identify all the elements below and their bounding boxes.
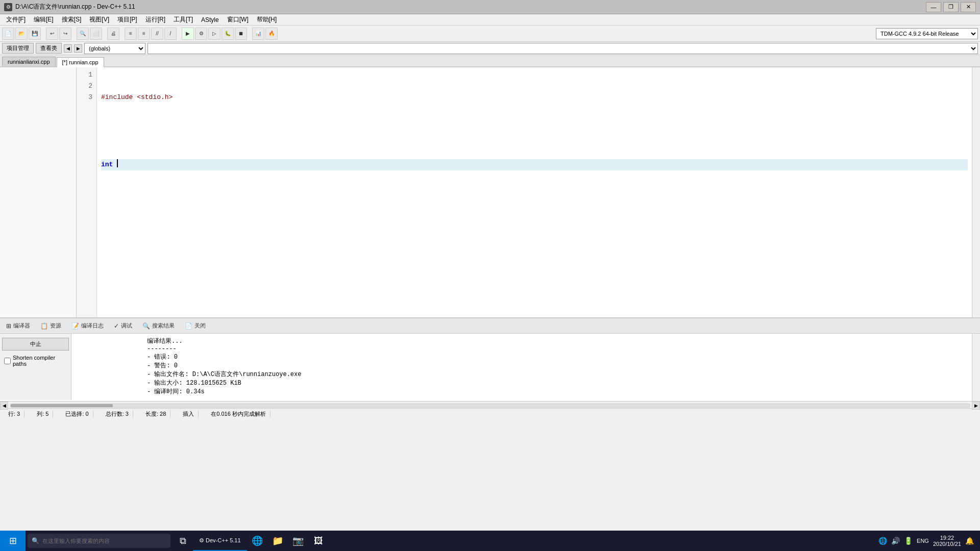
line-number-3: 3 bbox=[81, 92, 92, 103]
bottom-tab-close-label: 关闭 bbox=[194, 322, 206, 330]
right-scrollbar[interactable] bbox=[972, 67, 980, 317]
bottom-tab-compiler[interactable]: ⊞ 编译器 bbox=[2, 320, 34, 331]
search-tab-icon: 🔍 bbox=[142, 322, 150, 330]
bottom-tab-debug-label: 调试 bbox=[121, 322, 132, 330]
menu-run[interactable]: 运行[R] bbox=[141, 14, 169, 25]
save-button[interactable]: 💾 bbox=[29, 28, 41, 40]
bottom-tab-resources[interactable]: 📋 资源 bbox=[36, 320, 65, 331]
chart-btn[interactable]: 📊 bbox=[252, 28, 264, 40]
toolbar2: 项目管理 查看类 ◀ ▶ (globals) bbox=[0, 42, 980, 55]
bottom-tab-debug[interactable]: ✓ 调试 bbox=[110, 320, 136, 331]
next-arrow[interactable]: ▶ bbox=[74, 44, 82, 53]
compiler-dropdown[interactable]: TDM-GCC 4.9.2 64-bit Release bbox=[876, 28, 978, 39]
stop-btn[interactable]: ⏹ bbox=[235, 28, 247, 40]
scroll-left-btn[interactable]: ◀ bbox=[0, 402, 8, 410]
code-cursor bbox=[117, 159, 118, 167]
close-button[interactable]: ✕ bbox=[961, 2, 976, 12]
shorten-paths-checkbox[interactable] bbox=[4, 358, 11, 364]
menu-edit[interactable]: 编辑[E] bbox=[30, 14, 58, 25]
taskbar-explorer[interactable]: 📁 bbox=[267, 531, 288, 551]
bottom-area: ⊞ 编译器 📋 资源 📝 编译日志 ✓ 调试 🔍 搜索结果 📄 关闭 中止 bbox=[0, 317, 980, 408]
menu-search[interactable]: 搜索[S] bbox=[58, 14, 86, 25]
taskbar-devcpp[interactable]: ⚙ Dev-C++ 5.11 bbox=[193, 531, 247, 551]
notification-icon[interactable]: 🔔 bbox=[965, 537, 974, 545]
menu-view[interactable]: 视图[V] bbox=[85, 14, 113, 25]
tab-runnian[interactable]: [*] runnian.cpp bbox=[57, 57, 104, 67]
indent-btn[interactable]: ≡ bbox=[125, 28, 137, 40]
toolbar: 📄 📂 💾 ↩ ↪ 🔍 ⬜ 🖨 ≡ ≡ // / ▶ ⚙ ▷ 🐛 ⏹ 📊 🔥 T… bbox=[0, 26, 980, 42]
start-button[interactable]: ⊞ bbox=[0, 531, 26, 551]
maximize-button[interactable]: ❐ bbox=[943, 2, 959, 12]
scope-dropdown[interactable] bbox=[148, 43, 978, 54]
bottom-right-scrollbar[interactable] bbox=[972, 334, 980, 401]
language-indicator[interactable]: ENG bbox=[917, 538, 929, 544]
search-input[interactable] bbox=[42, 538, 166, 544]
menu-help[interactable]: 帮助[H] bbox=[253, 14, 281, 25]
code-keyword-int: int bbox=[101, 159, 117, 170]
print-button[interactable]: 🖨 bbox=[107, 28, 119, 40]
search-icon: 🔍 bbox=[32, 537, 39, 544]
minimize-button[interactable]: — bbox=[926, 2, 941, 12]
shorten-paths-label: Shorten compiler paths bbox=[13, 355, 67, 367]
undo-button[interactable]: ↩ bbox=[46, 28, 58, 40]
bottom-content-wrapper: 中止 Shorten compiler paths 编译结果... ------… bbox=[0, 334, 980, 401]
find-button[interactable]: 🔍 bbox=[77, 28, 89, 40]
left-sidebar bbox=[0, 67, 77, 317]
code-content[interactable]: #include <stdio.h> int bbox=[97, 67, 972, 317]
abort-button[interactable]: 中止 bbox=[2, 338, 69, 350]
taskview-btn[interactable]: ⧉ bbox=[173, 531, 193, 551]
unindent-btn[interactable]: ≡ bbox=[138, 28, 150, 40]
title-text: D:\A\C语言文件\runnian.cpp - Dev-C++ 5.11 bbox=[15, 3, 135, 11]
uncomment-btn[interactable]: / bbox=[164, 28, 177, 40]
new-button[interactable]: 📄 bbox=[2, 28, 14, 40]
scroll-right-btn[interactable]: ▶ bbox=[972, 402, 980, 410]
battery-icon[interactable]: 🔋 bbox=[904, 537, 913, 545]
compile-separator: -------- bbox=[147, 345, 968, 353]
volume-icon[interactable]: 🔊 bbox=[891, 537, 900, 545]
replace-button[interactable]: ⬜ bbox=[90, 28, 102, 40]
compile-output-file: - 输出文件名: D:\A\C语言文件\runnianzuoye.exe bbox=[147, 370, 968, 379]
search-box[interactable]: 🔍 bbox=[28, 534, 170, 548]
bottom-tab-close[interactable]: 📄 关闭 bbox=[181, 320, 210, 331]
compile-warnings: - 警告: 0 bbox=[147, 361, 968, 370]
compile-run-btn[interactable]: ▶ bbox=[182, 28, 194, 40]
view-classes-btn[interactable]: 查看类 bbox=[36, 43, 62, 54]
editor-area[interactable]: 1 2 3 #include <stdio.h> int bbox=[77, 67, 972, 317]
line-numbers: 1 2 3 bbox=[77, 67, 97, 317]
open-button[interactable]: 📂 bbox=[15, 28, 28, 40]
taskbar-app3[interactable]: 📷 bbox=[288, 531, 308, 551]
network-icon[interactable]: 🌐 bbox=[878, 537, 887, 545]
scroll-thumb[interactable] bbox=[11, 404, 113, 407]
date-display: 2020/10/21 bbox=[933, 541, 961, 547]
comment-btn[interactable]: // bbox=[151, 28, 163, 40]
taskbar-right: 🌐 🔊 🔋 ENG 19:22 2020/10/21 🔔 bbox=[872, 535, 980, 547]
compile-btn[interactable]: ⚙ bbox=[195, 28, 207, 40]
tab-bar: runnianlianxi.cpp [*] runnian.cpp bbox=[0, 55, 980, 67]
debug-btn[interactable]: 🐛 bbox=[222, 28, 234, 40]
bottom-tab-search[interactable]: 🔍 搜索结果 bbox=[138, 320, 179, 331]
status-length: 长度: 28 bbox=[141, 410, 170, 418]
run-btn[interactable]: ▷ bbox=[208, 28, 220, 40]
taskbar-app-label: Dev-C++ 5.11 bbox=[206, 537, 240, 543]
menu-file[interactable]: 文件[F] bbox=[2, 14, 30, 25]
clock[interactable]: 19:22 2020/10/21 bbox=[933, 535, 961, 547]
taskbar-app-icon: ⚙ bbox=[199, 537, 204, 544]
taskbar-edge[interactable]: 🌐 bbox=[247, 531, 267, 551]
taskbar: ⊞ 🔍 ⧉ ⚙ Dev-C++ 5.11 🌐 📁 📷 🖼 🌐 🔊 🔋 ENG 1… bbox=[0, 531, 980, 551]
taskbar-app4[interactable]: 🖼 bbox=[308, 531, 329, 551]
tab-runnianlianxi[interactable]: runnianlianxi.cpp bbox=[2, 57, 56, 66]
menu-astyle[interactable]: AStyle bbox=[197, 15, 223, 24]
fire-btn[interactable]: 🔥 bbox=[265, 28, 278, 40]
menu-project[interactable]: 项目[P] bbox=[113, 14, 141, 25]
menu-tools[interactable]: 工具[T] bbox=[169, 14, 197, 25]
redo-button[interactable]: ↪ bbox=[59, 28, 71, 40]
bottom-tab-compilelog-label: 编译日志 bbox=[81, 322, 104, 330]
prev-arrow[interactable]: ◀ bbox=[64, 44, 72, 53]
globals-dropdown[interactable]: (globals) bbox=[84, 43, 145, 54]
menu-window[interactable]: 窗口[W] bbox=[223, 14, 253, 25]
project-manager-btn[interactable]: 项目管理 bbox=[2, 43, 34, 54]
compilelog-icon: 📝 bbox=[71, 322, 79, 330]
status-total-lines: 总行数: 3 bbox=[102, 410, 133, 418]
line-number-2: 2 bbox=[81, 81, 92, 92]
bottom-tab-compilelog[interactable]: 📝 编译日志 bbox=[67, 320, 108, 331]
